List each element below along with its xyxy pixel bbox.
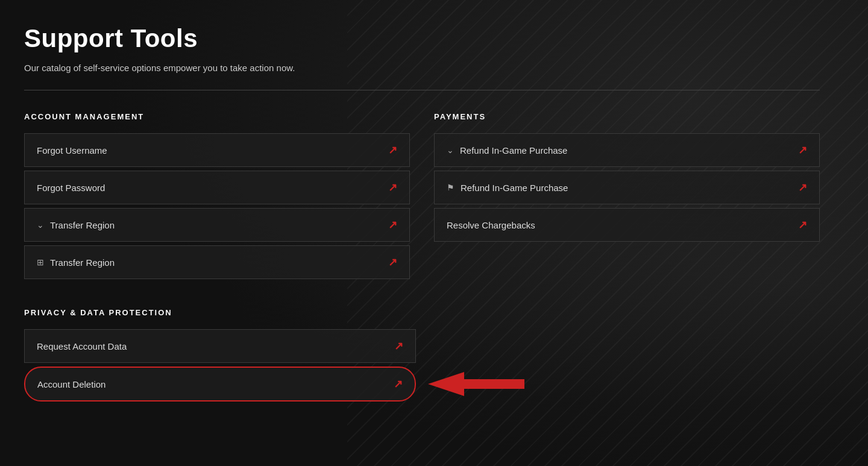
privacy-title: PRIVACY & DATA PROTECTION [24, 308, 820, 317]
refund-ingame-2-label: Refund In-Game Purchase [461, 183, 568, 193]
resolve-chargebacks-item[interactable]: Resolve Chargebacks ↗ [434, 208, 820, 242]
refund-ingame-2-game-icon: ⚑ [447, 183, 454, 192]
svg-marker-0 [428, 372, 524, 396]
resolve-chargebacks-arrow-icon: ↗ [798, 218, 807, 231]
forgot-password-label-group: Forgot Password [37, 183, 105, 193]
payments-items: ⌄ Refund In-Game Purchase ↗ ⚑ Refund In-… [434, 133, 820, 242]
refund-ingame-2-arrow-icon: ↗ [798, 181, 807, 194]
transfer-region-1-game-icon: ⌄ [37, 220, 44, 230]
forgot-password-item[interactable]: Forgot Password ↗ [24, 171, 410, 204]
transfer-region-1-arrow-icon: ↗ [388, 218, 397, 231]
payments-title: PAYMENTS [434, 112, 820, 121]
transfer-region-1-label: Transfer Region [50, 220, 115, 230]
request-account-data-label: Request Account Data [37, 341, 127, 351]
big-red-arrow-container [428, 371, 524, 397]
privacy-section: PRIVACY & DATA PROTECTION Request Accoun… [24, 308, 820, 401]
transfer-region-1-item[interactable]: ⌄ Transfer Region ↗ [24, 208, 410, 242]
transfer-region-2-arrow-icon: ↗ [388, 256, 397, 269]
resolve-chargebacks-label: Resolve Chargebacks [447, 220, 535, 230]
big-red-arrow-icon [428, 371, 524, 397]
account-deletion-label-group: Account Deletion [37, 379, 105, 389]
page-title: Support Tools [24, 24, 820, 53]
account-deletion-label: Account Deletion [37, 379, 105, 389]
request-account-data-item[interactable]: Request Account Data ↗ [24, 329, 416, 363]
privacy-items: Request Account Data ↗ Account Deletion … [24, 329, 820, 401]
transfer-region-1-label-group: ⌄ Transfer Region [37, 220, 115, 230]
forgot-password-arrow-icon: ↗ [388, 181, 397, 194]
account-deletion-item[interactable]: Account Deletion ↗ [24, 367, 416, 401]
refund-ingame-1-label-group: ⌄ Refund In-Game Purchase [447, 145, 567, 156]
forgot-username-label: Forgot Username [37, 145, 107, 156]
transfer-region-2-game-icon: ⊞ [37, 257, 44, 267]
account-management-items: Forgot Username ↗ Forgot Password ↗ ⌄ Tr… [24, 133, 410, 279]
request-account-data-arrow-icon: ↗ [394, 339, 403, 353]
refund-ingame-1-arrow-icon: ↗ [798, 143, 807, 157]
payments-section: PAYMENTS ⌄ Refund In-Game Purchase ↗ ⚑ R… [434, 112, 820, 279]
request-account-data-label-group: Request Account Data [37, 341, 127, 351]
resolve-chargebacks-label-group: Resolve Chargebacks [447, 220, 535, 230]
transfer-region-2-label-group: ⊞ Transfer Region [37, 257, 115, 268]
transfer-region-2-label: Transfer Region [50, 257, 115, 268]
refund-ingame-1-game-icon: ⌄ [447, 145, 454, 155]
two-col-layout: ACCOUNT MANAGEMENT Forgot Username ↗ For… [24, 112, 820, 279]
account-deletion-arrow-icon: ↗ [394, 377, 403, 391]
forgot-username-label-group: Forgot Username [37, 145, 107, 156]
transfer-region-2-item[interactable]: ⊞ Transfer Region ↗ [24, 245, 410, 279]
account-management-title: ACCOUNT MANAGEMENT [24, 112, 410, 121]
refund-ingame-2-item[interactable]: ⚑ Refund In-Game Purchase ↗ [434, 171, 820, 204]
forgot-username-arrow-icon: ↗ [388, 143, 397, 157]
refund-ingame-1-item[interactable]: ⌄ Refund In-Game Purchase ↗ [434, 133, 820, 167]
refund-ingame-1-label: Refund In-Game Purchase [460, 145, 567, 156]
account-management-section: ACCOUNT MANAGEMENT Forgot Username ↗ For… [24, 112, 410, 279]
forgot-username-item[interactable]: Forgot Username ↗ [24, 133, 410, 167]
page-subtitle: Our catalog of self-service options empo… [24, 63, 820, 73]
account-deletion-wrapper: Account Deletion ↗ [24, 367, 416, 401]
divider [24, 90, 820, 90]
refund-ingame-2-label-group: ⚑ Refund In-Game Purchase [447, 183, 568, 193]
forgot-password-label: Forgot Password [37, 183, 105, 193]
